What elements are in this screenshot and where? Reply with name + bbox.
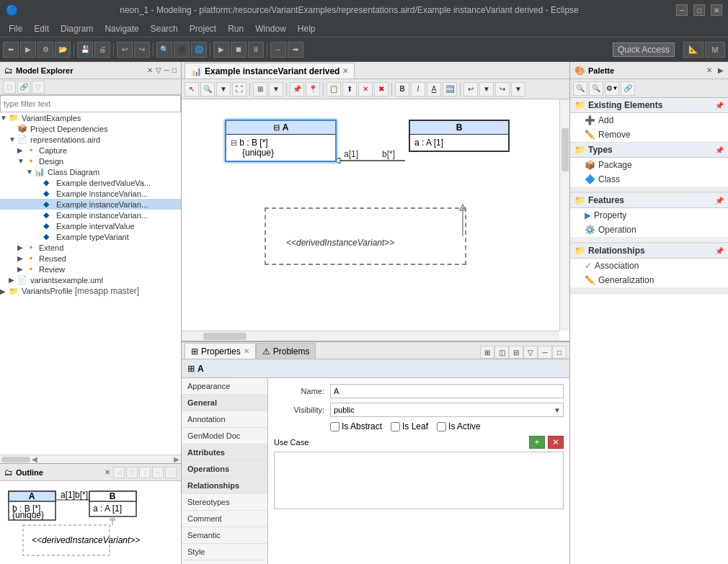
form-name-input[interactable] [330,384,564,398]
outline-btn-2[interactable]: ▽ [126,467,138,478]
bottom-tb-3[interactable]: ⊟ [509,346,523,359]
diag-undo-btn[interactable]: ↩ [463,82,478,97]
outline-btn-4[interactable]: ─ [152,467,164,478]
palette-item-generalization[interactable]: ✏️ Generalization [570,273,728,287]
palette-section-existing-header[interactable]: 📁 Existing Elements 📌 [570,98,728,113]
menu-edit[interactable]: Edit [28,22,55,35]
model-explorer-max-icon[interactable]: □ [172,66,177,74]
use-case-textarea[interactable] [274,452,564,509]
diag-redo-btn[interactable]: ↪ [495,82,510,97]
palette-zoom-in-btn[interactable]: 🔍 [573,81,587,96]
toolbar-btn-7[interactable]: ↩ [117,42,133,58]
tree-item-variantexamples[interactable]: ▼ 📁 VariantExamples [0,112,181,123]
toolbar-btn-14[interactable]: ⏸ [248,42,264,58]
diag-redo-dropdown[interactable]: ▼ [479,82,494,97]
props-nav-operations[interactable]: Operations [182,461,267,478]
vscroll[interactable] [559,99,569,331]
diag-underline-btn[interactable]: A [427,82,441,97]
is-leaf-checkbox[interactable] [391,422,400,431]
palette-features-pin-icon[interactable]: 📌 [715,197,724,205]
bottom-tb-1[interactable]: ⊞ [480,346,494,359]
props-nav-appearance[interactable]: Appearance [182,378,267,395]
bottom-tb-5[interactable]: ─ [538,346,552,359]
toolbar-btn-9[interactable]: 🔍 [156,42,172,58]
toolbar-btn-2[interactable]: ▶ [20,42,36,58]
diag-delete2-btn[interactable]: ✖ [374,82,389,97]
props-nav-comment[interactable]: Comment [182,511,267,527]
tree-item-representations[interactable]: ▼ 📄 representations.aird [0,134,181,145]
diag-select-btn[interactable]: ↖ [185,82,199,97]
diag-delete-btn[interactable]: ✕ [358,82,373,97]
model-explorer-min-icon[interactable]: ─ [164,66,169,74]
toolbar-btn-8[interactable]: ↪ [134,42,150,58]
tree-item-class-diagram[interactable]: ▼ 📊 Class Diagram [0,166,181,177]
palette-section-types-header[interactable]: 📁 Types 📌 [570,143,728,158]
palette-expand-icon[interactable]: ▶ [718,66,724,74]
props-nav-general[interactable]: General [182,395,267,411]
toolbar-btn-15[interactable]: ↔ [270,42,286,58]
form-is-leaf[interactable]: Is Leaf [391,421,428,431]
palette-item-add[interactable]: ➕ Add [570,113,728,127]
palette-item-package[interactable]: 📦 Package [570,158,728,172]
tree-item-example-2[interactable]: ◆ Example instanceVarian... [0,188,181,199]
menu-search[interactable]: Search [145,22,184,35]
bottom-tb-2[interactable]: ◫ [494,346,509,359]
diag-zoom-btn[interactable]: 🔍 [200,82,215,97]
explorer-collapse-btn[interactable]: ◻ [3,81,16,94]
diag-pin-btn[interactable]: 📌 [290,82,304,97]
palette-existing-pin-icon[interactable]: 📌 [715,102,724,109]
diagram-tab-close[interactable]: ✕ [342,67,348,75]
menu-project[interactable]: Project [184,22,222,35]
toolbar-perspective-1[interactable]: 📐 [683,42,703,58]
menu-run[interactable]: Run [222,22,249,35]
outline-btn-3[interactable]: ↕ [139,467,151,478]
toolbar-btn-13[interactable]: ⏹ [231,42,247,58]
palette-item-class[interactable]: 🔷 Class [570,172,728,187]
palette-types-pin-icon[interactable]: 📌 [715,146,724,154]
diag-export-btn[interactable]: ⬆ [342,82,357,97]
model-explorer-filter[interactable] [0,95,181,112]
form-is-abstract[interactable]: Is Abstract [330,421,382,431]
toolbar-btn-16[interactable]: ➡ [288,42,303,58]
props-nav-annotation[interactable]: Annotation [182,411,267,428]
explorer-hscroll[interactable]: ◀ ▶ [0,455,181,463]
toolbar-btn-6[interactable]: 🖨 [94,42,110,58]
tree-item-extend[interactable]: ▶ 🔸 Extend [0,242,181,253]
diag-copy-btn[interactable]: 📋 [327,82,341,97]
palette-item-operation[interactable]: ⚙️ Operation [570,223,728,237]
close-button[interactable]: ✕ [711,4,722,16]
bottom-tb-4[interactable]: ▽ [523,346,538,359]
props-nav-attributes[interactable]: Attributes [182,444,267,461]
tree-item-capture[interactable]: ▶ 🔸 Capture [0,145,181,156]
tree-item-variants-uml[interactable]: ▶ 📄 variantsexample.uml [0,274,181,285]
palette-settings-btn[interactable]: ⚙▼ [605,81,619,96]
toolbar-btn-1[interactable]: ⬅ [3,42,19,58]
toolbar-btn-12[interactable]: ▶ [213,42,229,58]
outline-close-icon[interactable]: ✕ [105,468,110,476]
form-visibility-select[interactable]: public private protected package [330,403,564,417]
diag-redo2-dropdown[interactable]: ▼ [511,82,525,97]
palette-item-property[interactable]: ▶ Property [570,208,728,223]
tab-properties[interactable]: ⊞ Properties ✕ [185,343,256,359]
tree-item-project-dependencies[interactable]: 📦 Project Dependencies [0,123,181,134]
props-nav-genmodel[interactable]: GenModel Doc [182,428,267,444]
diagram-tab-active[interactable]: 📊 Example instanceVariant derived ✕ [185,63,355,79]
tree-item-variants-profile[interactable]: ▶ 📁 VariantsProfile [mesapp master] [0,285,181,297]
props-nav-stereotypes[interactable]: Stereotypes [182,494,267,511]
tree-item-design[interactable]: ▼ 🔸 Design [0,156,181,166]
is-abstract-checkbox[interactable] [330,422,339,431]
palette-item-remove[interactable]: ✏️ Remove [570,127,728,142]
uml-class-a[interactable]: ⊟ A ⊟ b : B [*] {unique} [225,120,337,162]
props-nav-relationships[interactable]: Relationships [182,478,267,494]
diagram-canvas[interactable]: a[1] b[*] ⊟ A ⊟ b : B [ [182,99,569,341]
diag-arrange-dropdown[interactable]: ▼ [269,82,283,97]
toolbar-btn-5[interactable]: 💾 [77,42,93,58]
uml-class-b[interactable]: B a : A [1] [409,120,510,152]
palette-zoom-out-btn[interactable]: 🔍 [589,81,603,96]
tab-problems[interactable]: ⚠ Problems [256,343,316,359]
outline-btn-1[interactable]: ◁ [113,467,125,478]
palette-link-btn[interactable]: 🔗 [621,81,635,96]
toolbar-perspective-2[interactable]: M [705,42,725,58]
hscroll-diag[interactable] [182,331,559,341]
maximize-button[interactable]: □ [693,4,705,16]
